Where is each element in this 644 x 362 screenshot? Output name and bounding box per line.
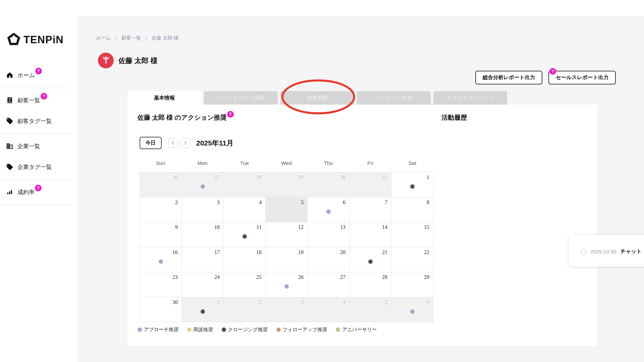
sidebar-item-customers[interactable]: 顧客一覧? [6,92,71,108]
calendar-day-cell[interactable]: 2 [140,197,182,223]
calendar-day-cell[interactable]: 15 [391,222,433,247]
sidebar-menu: ホーム?顧客一覧?顧客タグ一覧企業一覧企業タグ一覧成約率? [0,67,71,209]
today-button[interactable]: 今日 [140,137,162,149]
calendar-day-cell[interactable]: 27 [182,172,224,197]
approach-dot [159,259,163,264]
breadcrumb-item[interactable]: 顧客一覧 [121,35,141,41]
activity-item[interactable]: 2025.10.30チャット [569,235,644,255]
legend-label: アニバーサリー [342,326,377,333]
person-icon [101,56,111,66]
sidebar-item-company-tags[interactable]: 企業タグ一覧 [6,159,71,175]
calendar-day-cell[interactable]: 23 [140,272,182,297]
day-number: 5 [385,299,387,305]
sidebar-divider [0,205,71,205]
legend-label: フォローアップ推奨 [283,326,327,333]
help-badge[interactable]: ? [35,185,42,191]
tab-message[interactable]: メッセージ作成 [357,91,431,105]
day-number: 25 [256,274,262,280]
sidebar-item-label: 企業一覧 [17,142,40,150]
day-number: 29 [424,274,429,280]
calendar-day-cell[interactable]: 27 [308,272,350,297]
calendar-day-cell[interactable]: 29 [391,272,433,297]
calendar-day-cell[interactable]: 14 [350,222,391,247]
calendar-day-cell[interactable]: 21 [350,247,391,273]
help-badge[interactable]: ? [227,111,234,118]
day-number: 30 [340,174,345,180]
calendar-day-cell[interactable]: 28 [350,272,391,297]
calendar-day-cell[interactable]: 2 [224,297,266,322]
calendar-day-cell[interactable]: 13 [308,222,350,247]
sales-report-button[interactable]: セールスレポート出力? [548,71,616,84]
weekday-label: Tue [223,160,265,166]
legend-item-approach: アプローチ推奨 [138,326,178,333]
app-logo[interactable]: TENPiN [7,33,64,47]
calendar-day-cell[interactable]: 26 [140,172,182,197]
weekday-label: Fri [350,160,391,166]
tab-personality[interactable]: パーソナリティ分析 [204,91,278,105]
report-button-label: 総合分析レポート出力 [483,74,535,81]
calendar-day-cell[interactable]: 6 [308,197,350,223]
day-number: 19 [298,249,304,255]
sidebar-item-label: 顧客タグ一覧 [17,117,52,125]
overall-analysis-report-button[interactable]: 総合分析レポート出力 [475,71,542,84]
calendar-day-cell[interactable]: 5 [350,297,391,322]
weekday-label: Sun [140,160,181,166]
help-badge[interactable]: ? [35,68,42,74]
calendar-day-cell[interactable]: 9 [140,222,182,247]
calendar-day-cell[interactable]: 29 [266,172,308,197]
day-number: 27 [214,174,220,180]
help-badge[interactable]: ? [549,68,556,75]
calendar-day-cell[interactable]: 16 [140,247,182,273]
building-icon [6,142,13,150]
sidebar-item-close-rate[interactable]: 成約率? [6,184,71,200]
calendar-day-cell[interactable]: 3 [266,297,308,322]
calendar-day-cell[interactable]: 11 [224,222,266,247]
tab-sales-tactics[interactable]: 営業戦術 [280,91,354,105]
calendar-day-cell[interactable]: 12 [266,222,308,247]
calendar-day-cell[interactable]: 31 [350,172,391,197]
calendar-day-cell[interactable]: 6 [391,297,433,322]
day-number: 22 [424,249,429,255]
next-month-button[interactable] [180,138,190,148]
tab-bar: 基本情報パーソナリティ分析営業戦術メッセージ作成タイムマネジメント [127,91,507,105]
calendar-day-cell[interactable]: 7 [350,197,391,223]
radio-circle-icon[interactable] [581,249,586,254]
calendar-day-cell[interactable]: 1 [391,172,433,197]
day-number: 20 [340,249,345,255]
calendar-day-cell[interactable]: 24 [182,272,224,297]
sidebar-item-home[interactable]: ホーム? [6,67,71,83]
day-number: 21 [382,249,387,255]
calendar-day-cell[interactable]: 3 [182,197,224,223]
calendar-day-cell[interactable]: 25 [224,272,266,297]
sidebar-item-customer-tags[interactable]: 顧客タグ一覧 [6,113,71,129]
legend-item-followup: フォローアップ推奨 [276,326,327,333]
calendar-day-cell[interactable]: 30 [308,172,350,197]
calendar-day-cell[interactable]: 4 [308,297,350,322]
calendar-day-cell[interactable]: 28 [224,172,266,197]
calendar-day-cell[interactable]: 26 [266,272,308,297]
calendar-day-cell[interactable]: 18 [224,247,266,273]
tab-time-management[interactable]: タイムマネジメント [433,91,507,105]
sidebar-item-label: 顧客一覧 [17,97,40,104]
breadcrumb-item[interactable]: ホーム [96,35,111,41]
day-number: 7 [385,199,387,205]
calendar-day-cell[interactable]: 1 [182,297,224,322]
prev-month-button[interactable] [168,138,178,148]
help-badge[interactable]: ? [41,93,47,100]
closing-dot [410,184,415,189]
calendar-day-cell[interactable]: 30 [140,297,182,322]
calendar-day-cell[interactable]: 5 [266,197,308,223]
sidebar-item-label: ホーム [17,71,35,79]
calendar-day-cell[interactable]: 22 [391,247,433,273]
calendar-day-cell[interactable]: 17 [182,247,224,273]
calendar-day-cell[interactable]: 4 [224,197,266,223]
sidebar-item-companies[interactable]: 企業一覧 [6,138,71,154]
calendar-day-cell[interactable]: 19 [266,247,308,273]
calendar-day-cell[interactable]: 10 [182,222,224,247]
day-number: 9 [175,224,178,230]
day-number: 3 [301,299,304,305]
calendar-day-cell[interactable]: 20 [308,247,350,273]
calendar-day-cell[interactable]: 8 [391,197,433,223]
tab-basic-info[interactable]: 基本情報 [127,91,201,105]
home-icon [6,71,13,79]
